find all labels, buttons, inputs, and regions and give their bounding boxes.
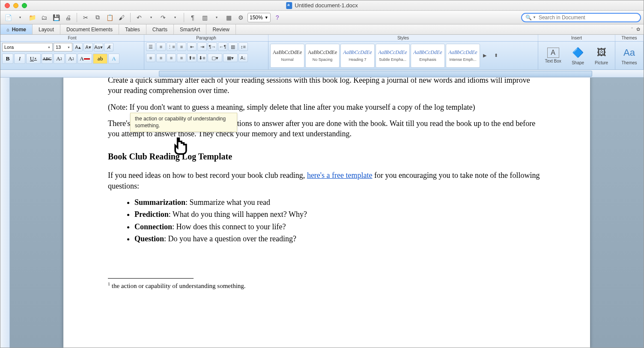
document-page[interactable]: Create a quick summary after each of you… [63, 78, 590, 348]
spacing-after-button[interactable]: ⬇≡ [197, 54, 207, 62]
list-item-text: : Summarize what you read [185, 198, 270, 207]
align-left-button[interactable]: ≡ [146, 54, 155, 62]
document-scroll[interactable]: Create a quick summary after each of you… [10, 78, 644, 348]
copy-button[interactable]: ⧉ [92, 12, 103, 23]
paste-button[interactable]: 📋 [104, 12, 115, 23]
quick-toolbar: 📄 ▼ 📁 🗂 💾 🖨 ✂ ⧉ 📋 🖌 ↶ ▼ ↷ ▼ ¶ ▥ ▼ ▦ ⚙ 15… [0, 11, 644, 24]
open-recent-button[interactable]: 🗂 [39, 12, 49, 23]
line-spacing-button[interactable]: ↕≡ [239, 42, 248, 51]
styles-pane-button[interactable]: ⬍ [489, 44, 502, 68]
insert-shape-button[interactable]: 🔷Shape [571, 46, 585, 65]
window-title: Untitled document-1.docx [286, 2, 358, 9]
text-effects-button[interactable]: A [108, 54, 119, 64]
highlight-button[interactable]: ab [93, 54, 107, 64]
picture-icon: 🖼 [595, 46, 608, 60]
decrease-indent-button[interactable]: ⇤ [187, 42, 197, 51]
bullets-button[interactable]: ☰ [146, 42, 155, 51]
tab-layout[interactable]: Layout [33, 24, 60, 34]
font-name-selector[interactable]: Lora▼ [2, 43, 53, 51]
rtl-button[interactable]: ←¶ [218, 42, 227, 51]
tab-home[interactable]: ⌂Home [0, 24, 33, 34]
change-case-button[interactable]: Aa▾ [94, 43, 103, 51]
maximize-button[interactable] [22, 3, 27, 8]
columns-button[interactable]: ▥ [228, 42, 238, 51]
subscript-button[interactable]: A2 [66, 54, 77, 64]
style-no-spacing[interactable]: AaBbCcDdEeNo Spacing [305, 44, 340, 68]
collapse-ribbon-button[interactable]: ˆ [631, 27, 633, 32]
tab-smartart[interactable]: SmartArt [174, 24, 206, 34]
italic-button[interactable]: I [14, 54, 25, 64]
undo-button[interactable]: ↶ [134, 12, 144, 23]
themes-button[interactable]: AaThemes [621, 46, 637, 65]
style-normal[interactable]: AaBbCcDdEeNormal [270, 44, 304, 68]
justify-button[interactable]: ≡ [177, 54, 186, 62]
font-color-button[interactable]: A [78, 54, 92, 64]
new-doc-dropdown[interactable]: ▼ [15, 12, 25, 23]
zoom-value: 150% [250, 15, 263, 21]
sidebar-button[interactable]: ▥ [200, 12, 210, 23]
strike-button[interactable]: ABC [42, 54, 53, 64]
style-heading7[interactable]: AaBbCcDdEeHeading 7 [340, 44, 375, 68]
template-link[interactable]: here's a free template [307, 171, 373, 180]
tab-tables[interactable]: Tables [119, 24, 146, 34]
style-name: Heading 7 [349, 57, 366, 62]
new-doc-button[interactable]: 📄 [3, 12, 13, 23]
cut-button[interactable]: ✂ [80, 12, 91, 23]
redo-dropdown[interactable]: ▼ [170, 12, 180, 23]
open-button[interactable]: 📁 [27, 12, 37, 23]
borders-button[interactable]: ▦▾ [223, 54, 238, 62]
tab-review[interactable]: Review [206, 24, 236, 34]
horizontal-ruler[interactable] [0, 70, 644, 78]
insert-picture-button[interactable]: 🖼Picture [595, 46, 608, 65]
ltr-button[interactable]: ¶→ [208, 42, 217, 51]
close-button[interactable] [5, 3, 10, 8]
shading-button[interactable]: ▢▾ [208, 54, 222, 62]
search-box[interactable]: 🔍 ▼ [521, 13, 641, 22]
show-marks-button[interactable]: ¶ [188, 12, 198, 23]
bold-button[interactable]: B [2, 54, 13, 64]
align-center-button[interactable]: ≡ [156, 54, 166, 62]
numbering-button[interactable]: ≡ [156, 42, 166, 51]
spacing-before-button[interactable]: ⬆≡ [187, 54, 197, 62]
font-size-selector[interactable]: 13▼ [54, 43, 72, 51]
clear-format-button[interactable]: A̸ [104, 43, 113, 51]
redo-button[interactable]: ↷ [158, 12, 168, 23]
help-button[interactable]: ? [272, 12, 283, 23]
list-item-term: Connection [134, 222, 172, 231]
shrink-font-button[interactable]: A▾ [83, 43, 93, 51]
print-button[interactable]: 🖨 [63, 12, 73, 23]
chevron-down-icon: ▼ [67, 46, 70, 49]
sidebar-dropdown[interactable]: ▼ [212, 12, 222, 23]
undo-dropdown[interactable]: ▼ [146, 12, 156, 23]
style-emphasis[interactable]: AaBbCcDdEeEmphasis [411, 44, 445, 68]
search-input[interactable] [539, 15, 637, 21]
align-left-button[interactable]: ≡ [177, 42, 186, 51]
styles-more-button[interactable]: ▶ [481, 44, 489, 68]
save-button[interactable]: 💾 [51, 12, 61, 23]
insert-label: Themes [621, 60, 637, 65]
insert-textbox-button[interactable]: AText Box [545, 48, 561, 63]
style-subtle-emphasis[interactable]: AaBbCcDdEeSubtle Empha... [376, 44, 410, 68]
tab-charts[interactable]: Charts [146, 24, 174, 34]
list-item-term: Prediction [134, 210, 169, 219]
increase-indent-button[interactable]: ⇥ [197, 42, 207, 51]
vertical-ruler[interactable] [0, 78, 10, 348]
format-painter-button[interactable]: 🖌 [116, 12, 127, 23]
font-name-value: Lora [4, 45, 14, 50]
underline-button[interactable]: U▼ [26, 54, 41, 64]
minimize-button[interactable] [13, 3, 18, 8]
tab-document-elements[interactable]: Document Elements [60, 24, 119, 34]
zoom-selector[interactable]: 150% ▼ [247, 13, 271, 22]
list-item-term: Summarization [134, 198, 185, 207]
font-size-value: 13 [56, 45, 61, 50]
style-intense-emphasis[interactable]: AaBbCcDdEeIntense Emph... [446, 44, 480, 68]
home-icon: ⌂ [6, 27, 9, 32]
multilevel-button[interactable]: ⋮≡ [167, 42, 176, 51]
grow-font-button[interactable]: A▴ [73, 43, 83, 51]
align-right-button[interactable]: ≡ [167, 54, 176, 62]
gallery-button[interactable]: ▦ [224, 12, 234, 23]
ribbon-settings-button[interactable]: ✿ [636, 27, 640, 32]
toolbox-button[interactable]: ⚙ [236, 12, 246, 23]
superscript-button[interactable]: A2 [54, 54, 65, 64]
sort-button[interactable]: A↓ [239, 54, 248, 62]
